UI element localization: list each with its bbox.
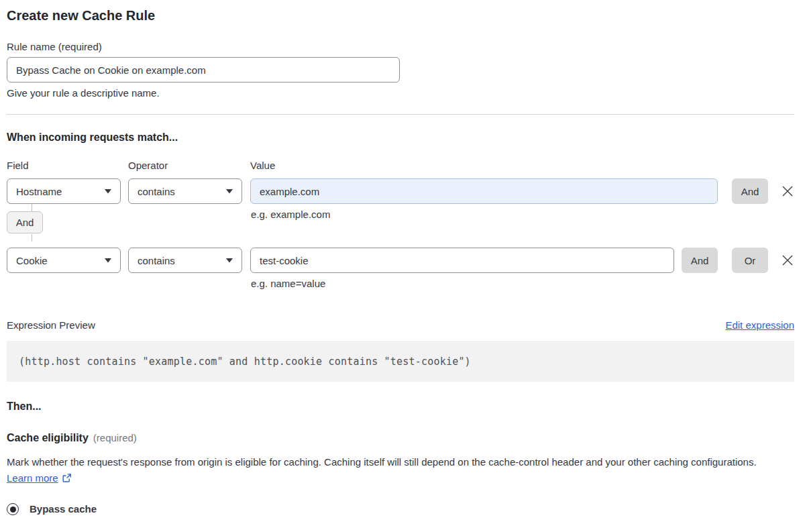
cache-eligibility-header: Cache eligibility(required) bbox=[7, 431, 794, 445]
then-heading: Then... bbox=[7, 399, 794, 413]
page-title: Create new Cache Rule bbox=[7, 7, 794, 24]
radio-label: Bypass cache bbox=[30, 502, 97, 516]
value-hint: e.g. example.com bbox=[251, 208, 330, 221]
condition-connector-band: And e.g. example.com bbox=[7, 204, 794, 242]
cache-eligibility-description-text: Mark whether the request's response from… bbox=[7, 456, 757, 468]
expression-code: (http.host contains "example.com" and ht… bbox=[7, 341, 794, 382]
field-select-value: Hostname bbox=[16, 186, 62, 197]
and-button[interactable]: And bbox=[682, 248, 718, 273]
cache-eligibility-description: Mark whether the request's response from… bbox=[7, 454, 782, 488]
expression-code-text: (http.host contains "example.com" and ht… bbox=[19, 356, 471, 368]
required-note: (required) bbox=[93, 432, 137, 443]
section-divider bbox=[7, 114, 794, 115]
field-select-value: Cookie bbox=[16, 255, 48, 266]
value-input[interactable] bbox=[250, 178, 718, 204]
match-heading: When incoming requests match... bbox=[7, 130, 794, 144]
chevron-down-icon bbox=[226, 189, 233, 194]
chevron-down-icon bbox=[105, 189, 111, 194]
rule-name-label: Rule name (required) bbox=[7, 40, 794, 54]
field-select[interactable]: Cookie bbox=[7, 248, 121, 273]
remove-condition-button[interactable] bbox=[781, 254, 794, 267]
radio-button-icon[interactable] bbox=[7, 503, 19, 515]
value-input[interactable] bbox=[250, 248, 674, 273]
connector-line bbox=[32, 204, 32, 211]
cache-eligibility-heading: Cache eligibility bbox=[7, 432, 89, 443]
operator-select-value: contains bbox=[138, 186, 175, 197]
remove-condition-button[interactable] bbox=[781, 184, 794, 198]
chevron-down-icon bbox=[105, 258, 111, 263]
create-cache-rule-form: Create new Cache Rule Rule name (require… bbox=[7, 7, 794, 532]
expression-preview-header: Expression Preview Edit expression bbox=[7, 319, 794, 332]
chevron-down-icon bbox=[226, 258, 233, 263]
value-hint: e.g. name=value bbox=[251, 277, 794, 290]
and-connector-button[interactable]: And bbox=[7, 211, 43, 233]
column-label-value: Value bbox=[250, 159, 275, 172]
radio-option-bypass-cache[interactable]: Bypass cache bbox=[7, 502, 794, 516]
and-button[interactable]: And bbox=[732, 178, 768, 204]
close-icon bbox=[782, 185, 794, 197]
close-icon bbox=[782, 254, 794, 266]
or-button[interactable]: Or bbox=[732, 248, 768, 273]
condition-column-labels: Field Operator Value bbox=[7, 159, 794, 172]
external-link-icon bbox=[62, 472, 72, 488]
operator-select[interactable]: contains bbox=[128, 248, 242, 273]
rule-name-help: Give your rule a descriptive name. bbox=[7, 87, 794, 100]
operator-select-value: contains bbox=[138, 255, 175, 266]
operator-select[interactable]: contains bbox=[128, 178, 242, 204]
connector-line bbox=[32, 234, 32, 242]
field-select[interactable]: Hostname bbox=[7, 178, 121, 204]
column-label-operator: Operator bbox=[128, 159, 250, 172]
edit-expression-link[interactable]: Edit expression bbox=[725, 319, 794, 332]
learn-more-link[interactable]: Learn more bbox=[7, 472, 58, 484]
condition-row: Cookie contains And Or bbox=[7, 248, 794, 273]
condition-row: Hostname contains And bbox=[7, 178, 794, 204]
expression-preview-label: Expression Preview bbox=[7, 319, 95, 332]
rule-name-input[interactable] bbox=[7, 57, 400, 83]
column-label-field: Field bbox=[7, 159, 128, 172]
